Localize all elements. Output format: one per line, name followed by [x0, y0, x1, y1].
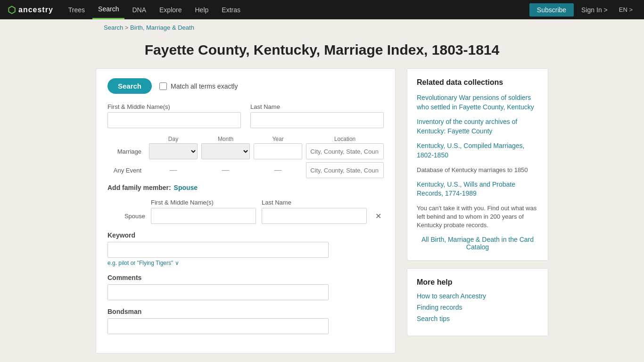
more-help-title: More help [417, 278, 538, 287]
marriage-row: Marriage [107, 143, 384, 159]
spouse-input-row: Spouse ✕ [107, 208, 384, 224]
match-all-label[interactable]: Match all terms exactly [159, 82, 238, 90]
related-desc-3: Database of Kentucky marriages to 1850 [417, 166, 538, 174]
any-event-label: Any Event [107, 167, 145, 174]
nav-extras[interactable]: Extras [216, 0, 246, 19]
first-name-group: First & Middle Name(s) [107, 103, 241, 128]
any-event-day-dash: — [149, 166, 198, 174]
marriage-month-select[interactable] [201, 143, 250, 159]
related-collections-card: Related data collections Revolutionary W… [407, 68, 548, 261]
keyword-label: Keyword [107, 231, 384, 239]
search-form-panel: Search Match all terms exactly First & M… [96, 68, 396, 354]
spouse-row-label: Spouse [107, 213, 145, 220]
search-button[interactable]: Search [107, 78, 152, 94]
location-header: Location [306, 136, 384, 142]
bondsman-section: Bondsman [107, 308, 384, 334]
any-event-row: Any Event — — — [107, 162, 384, 178]
nav-search[interactable]: Search [92, 0, 124, 19]
any-event-year-dash: — [254, 166, 302, 174]
related-link-1[interactable]: Revolutionary War pensions of soldiers w… [417, 93, 538, 112]
nav-right: Subscribe Sign In > EN > [529, 3, 636, 16]
ancestry-leaf-icon: ⬡ [8, 4, 16, 16]
logo-text: ancestry [18, 6, 53, 14]
name-row: First & Middle Name(s) Last Name [107, 103, 384, 128]
comments-section: Comments [107, 274, 384, 300]
spouse-last-label: Last Name [262, 199, 367, 206]
match-all-checkbox[interactable] [159, 82, 167, 90]
first-name-input[interactable] [107, 112, 241, 128]
year-header: Year [254, 136, 302, 142]
nav-explore[interactable]: Explore [154, 0, 187, 19]
finding-records-link[interactable]: Finding records [417, 304, 538, 311]
related-desc-4: You can't take it with you. Find out wha… [417, 204, 538, 230]
spouse-first-label: First & Middle Name(s) [151, 199, 256, 206]
bondsman-label: Bondsman [107, 308, 384, 315]
search-tips-link[interactable]: Search tips [417, 315, 538, 322]
sidebar: Related data collections Revolutionary W… [407, 68, 548, 354]
page-title: Fayette County, Kentucky, Marriage Index… [0, 36, 644, 68]
all-collections-link[interactable]: All Birth, Marriage & Death in the Card … [417, 236, 538, 251]
keyword-hint[interactable]: e.g. pilot or "Flying Tigers" ∨ [107, 260, 384, 266]
event-col-headers: Day Month Year Location [107, 136, 384, 142]
signin-link[interactable]: Sign In > [578, 6, 611, 14]
last-name-label: Last Name [250, 103, 384, 110]
comments-label: Comments [107, 274, 384, 281]
add-family-section: Add family member: Spouse [107, 184, 384, 191]
add-family-label: Add family member: [107, 184, 171, 191]
any-event-location-input[interactable] [306, 162, 384, 178]
any-event-month-dash: — [201, 166, 250, 174]
day-header: Day [149, 136, 198, 142]
bondsman-input[interactable] [107, 318, 329, 334]
marriage-day-select[interactable] [149, 143, 198, 159]
last-name-group: Last Name [250, 103, 384, 128]
nav-help[interactable]: Help [190, 0, 215, 19]
keyword-input[interactable] [107, 242, 329, 258]
spouse-last-input[interactable] [262, 208, 367, 224]
logo[interactable]: ⬡ ancestry [8, 4, 53, 16]
keyword-section: Keyword e.g. pilot or "Flying Tigers" ∨ [107, 231, 384, 266]
comments-input[interactable] [107, 284, 329, 300]
spouse-section: First & Middle Name(s) Last Name Spouse … [107, 199, 384, 224]
how-to-search-link[interactable]: How to search Ancestry [417, 292, 538, 300]
related-collections-title: Related data collections [417, 78, 538, 87]
related-link-3[interactable]: Kentucky, U.S., Compiled Marriages, 1802… [417, 141, 538, 160]
marriage-label: Marriage [107, 148, 145, 155]
month-header: Month [201, 136, 250, 142]
language-selector[interactable]: EN > [615, 6, 636, 13]
add-spouse-link[interactable]: Spouse [174, 184, 198, 191]
subscribe-button[interactable]: Subscribe [529, 3, 574, 16]
main-content: Search Match all terms exactly First & M… [39, 68, 605, 362]
nav-dna[interactable]: DNA [126, 0, 152, 19]
breadcrumb-search[interactable]: Search [104, 24, 123, 31]
marriage-location-input[interactable] [306, 143, 384, 159]
related-link-2[interactable]: Inventory of the county archives of Kent… [417, 117, 538, 136]
nav-links: Trees Search DNA Explore Help Extras [63, 0, 529, 19]
related-link-4[interactable]: Kentucky, U.S., Wills and Probate Record… [417, 180, 538, 198]
breadcrumb: Search > Birth, Marriage & Death [0, 19, 644, 36]
spouse-first-input[interactable] [151, 208, 256, 224]
spouse-header-row: First & Middle Name(s) Last Name [107, 199, 384, 206]
navigation: ⬡ ancestry Trees Search DNA Explore Help… [0, 0, 644, 19]
remove-spouse-button[interactable]: ✕ [372, 212, 384, 221]
last-name-input[interactable] [250, 112, 384, 128]
nav-trees[interactable]: Trees [63, 0, 91, 19]
breadcrumb-current[interactable]: Birth, Marriage & Death [130, 24, 194, 31]
first-name-label: First & Middle Name(s) [107, 103, 241, 110]
marriage-year-input[interactable] [254, 143, 302, 159]
match-all-text: Match all terms exactly [171, 82, 238, 90]
search-form-header: Search Match all terms exactly [107, 78, 384, 94]
breadcrumb-separator: > [125, 24, 130, 31]
more-help-card: More help How to search Ancestry Finding… [407, 268, 548, 336]
